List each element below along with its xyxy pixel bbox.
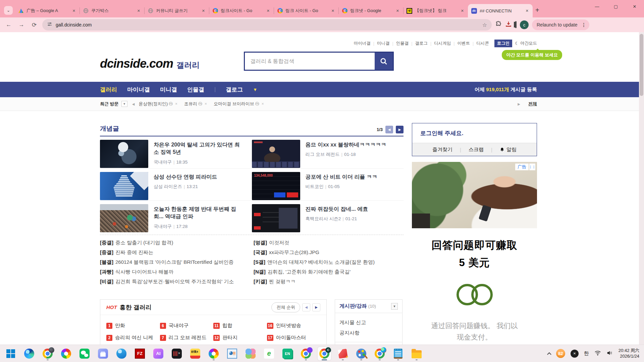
- login-button[interactable]: 로그인: [494, 40, 513, 47]
- recent-next-icon[interactable]: ▶: [518, 102, 520, 106]
- text-post-item[interactable]: [과빵]식사빵 다이어트나 해볼까: [100, 269, 254, 275]
- hot-gallery-item[interactable]: 1만화: [106, 322, 160, 329]
- post-gallery[interactable]: 흑백요리사 시즌2: [306, 216, 341, 221]
- page-scrollbar[interactable]: [639, 32, 644, 345]
- hot-gallery-item[interactable]: 7리그 오브 레전드: [160, 335, 214, 341]
- ad-choices-icon[interactable]: ⋮⋮: [529, 164, 535, 170]
- browser-tab-active[interactable]: dc ## CONNECTIN ✕: [468, 4, 533, 17]
- tab-close-icon[interactable]: ✕: [266, 8, 270, 14]
- post-title[interactable]: 공포에 산 비트 이더 리플 ㅋㅋ: [306, 173, 377, 181]
- profile-avatar[interactable]: c: [520, 20, 529, 29]
- hot-prev-button[interactable]: ◀: [302, 303, 310, 311]
- tab-close-icon[interactable]: ✕: [137, 8, 141, 14]
- recent-all-link[interactable]: 전체: [528, 101, 537, 107]
- browser-tab[interactable]: 링크넷 - Google ✕: [338, 4, 403, 17]
- browser-tab[interactable]: 커뮤니티 글쓰기 ✕: [144, 4, 209, 17]
- forward-button[interactable]: →: [17, 21, 26, 28]
- post-gallery[interactable]: 국내야구: [154, 224, 172, 229]
- start-button[interactable]: [4, 347, 17, 360]
- chrome-active-window-icon[interactable]: C: [318, 347, 331, 360]
- tab-close-icon[interactable]: ✕: [331, 8, 335, 14]
- tab-close-icon[interactable]: ✕: [460, 8, 465, 14]
- text-post-item[interactable]: [블갤]260124 블랙핑크 '아이스크림' BRITcertified 실버…: [100, 259, 254, 265]
- post-thumbnail[interactable]: [100, 140, 148, 168]
- tray-badge-count[interactable]: 82: [556, 349, 565, 358]
- audio-converter-icon[interactable]: [170, 347, 183, 360]
- new-gallery-row[interactable]: NEW 신설 갤러리 (1): [335, 342, 402, 345]
- utility-link[interactable]: 이벤트: [455, 41, 473, 46]
- bookmark-star-icon[interactable]: ☆: [482, 22, 487, 28]
- advertisement[interactable]: 广告 ⋮⋮ 回答问题即可赚取 5 美元 通过回答问题赚钱。 我们以 现金支付。: [412, 162, 537, 343]
- tab-search-button[interactable]: ⌄: [4, 6, 13, 15]
- extensions-icon[interactable]: [495, 21, 502, 29]
- main-nav-gallog[interactable]: 갤로그: [226, 86, 243, 94]
- paint-palette-app-icon[interactable]: [355, 347, 368, 360]
- site-info-icon[interactable]: [47, 21, 52, 28]
- hot-gallery-item[interactable]: 6국내야구: [160, 322, 214, 329]
- tab-close-icon[interactable]: ✕: [525, 8, 529, 14]
- wechat-icon[interactable]: [78, 347, 91, 360]
- post-gallery[interactable]: 리그 오브 레전드: [306, 152, 340, 157]
- endnote-icon[interactable]: EN: [281, 347, 294, 360]
- scrap-link[interactable]: 스크랩: [469, 146, 484, 153]
- night-mode-toggle[interactable]: 야간모드: [520, 41, 537, 46]
- utility-link[interactable]: 인물갤: [393, 41, 412, 46]
- tab-close-icon[interactable]: ✕: [201, 8, 206, 14]
- window-minimize-button[interactable]: —: [588, 0, 606, 13]
- new-tab-button[interactable]: +: [535, 6, 539, 14]
- board-item[interactable]: 공지사항: [339, 327, 398, 338]
- browser-menu-icon[interactable]: ⋮: [580, 22, 587, 27]
- post-item[interactable]: 삼성 선수단 연령 피라미드 삼성 라이온즈|13:21: [100, 169, 252, 200]
- dcinside-logo[interactable]: dcinside.com 갤러리: [100, 57, 200, 71]
- utility-link[interactable]: 미니갤: [374, 41, 392, 46]
- window-maximize-button[interactable]: ▢: [606, 0, 625, 13]
- notepad-app-icon[interactable]: [391, 347, 405, 360]
- post-title[interactable]: 삼성 선수단 연령 피라미드: [154, 173, 217, 181]
- search-button[interactable]: [375, 53, 393, 70]
- photo-card-app-icon[interactable]: [336, 347, 350, 360]
- thunder-app-icon[interactable]: [115, 347, 128, 360]
- text-post-item[interactable]: [멍갤]이것저것: [254, 240, 404, 246]
- main-nav-gallery[interactable]: 갤러리: [100, 86, 117, 94]
- ad-photo-woman-with-phone[interactable]: 广告 ⋮⋮: [412, 162, 537, 228]
- yellow-shopping-app-icon[interactable]: [189, 347, 202, 360]
- volume-icon[interactable]: [606, 350, 613, 357]
- hot-gallery-item[interactable]: 17아이돌마스터: [267, 335, 321, 341]
- text-post-item[interactable]: [비갤]김건희 특검'삼부토건·웰바이오텍 주가조작혐의' 기소: [100, 279, 254, 285]
- relaunch-to-update-button[interactable]: Relaunch to update ⋮: [532, 19, 589, 30]
- hot-next-button[interactable]: ▶: [312, 303, 320, 311]
- address-bar[interactable]: gall.dcinside.com ☆: [42, 19, 492, 31]
- utility-link[interactable]: 디시콘: [474, 41, 492, 46]
- utility-link[interactable]: 갤로그: [413, 41, 431, 46]
- post-thumbnail[interactable]: [100, 172, 148, 200]
- utility-link[interactable]: 마이너갤: [351, 41, 373, 46]
- post-item[interactable]: 오늘자 한동훈 제명 반대 두번째 집회... 역대급 인파 국내야구|17:2…: [100, 201, 252, 233]
- chip-close-icon[interactable]: ×: [175, 102, 177, 106]
- reload-button[interactable]: ⟳: [30, 21, 39, 28]
- post-item[interactable]: 진짜 쥐잡듯이 잡네... 에효 흑백요리사 시즌2|01-21: [252, 201, 404, 233]
- chrome-globe-profile-icon[interactable]: [373, 347, 386, 360]
- post-item[interactable]: 공포에 산 비트 이더 리플 ㅋㅋ 비트코인|01-05: [252, 169, 404, 200]
- browser-tab[interactable]: 링크사이트 - Go ✕: [209, 4, 274, 17]
- post-gallery[interactable]: 삼성 라이온즈: [154, 184, 182, 189]
- recent-gallery-chip[interactable]: 조유리ⓜ×: [184, 101, 207, 107]
- post-thumbnail[interactable]: [252, 140, 300, 168]
- back-button[interactable]: ←: [4, 21, 13, 28]
- file-explorer-icon[interactable]: [410, 347, 423, 360]
- post-gallery[interactable]: 국내야구: [154, 160, 172, 165]
- text-post-item[interactable]: [S갤]앤더슨의 대체자? 베네치아노 소개글(질문 환영): [254, 259, 404, 265]
- edge-icon[interactable]: [22, 347, 36, 360]
- hot-gallery-item[interactable]: 11힙합: [213, 322, 267, 329]
- concept-next-button[interactable]: ▶: [396, 126, 404, 133]
- recent-prev-icon[interactable]: ◀: [132, 102, 135, 106]
- presentation-app-icon[interactable]: [225, 347, 239, 360]
- post-title[interactable]: 차은우 200억 탈세 고의가 있다면 최소 징역 5년: [154, 141, 245, 156]
- text-post-item[interactable]: [키갤]찐 겆평ㅋㅋ: [254, 279, 404, 285]
- post-gallery[interactable]: 비트코인: [306, 184, 324, 189]
- tray-close-icon[interactable]: ✕: [571, 350, 579, 358]
- post-item[interactable]: 차은우 200억 탈세 고의가 있다면 최소 징역 5년 국내야구|18:35: [100, 136, 252, 168]
- browser-tab[interactable]: 넷 【링크넷】 링크 ✕: [403, 4, 468, 17]
- scrollbar-thumb[interactable]: [640, 34, 643, 96]
- recent-gallery-chip[interactable]: 오마이걸 브이라이브ⓜ×: [214, 101, 264, 107]
- window-close-button[interactable]: ✕: [625, 0, 644, 13]
